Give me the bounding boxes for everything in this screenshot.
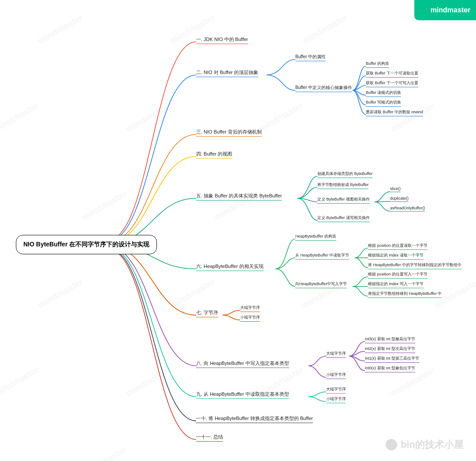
b2-c1[interactable]: Buffer 中的属性 <box>295 54 326 61</box>
branch-11[interactable]: 一十一. 总结 <box>196 434 223 442</box>
mindmaster-badge: mindmaster <box>414 0 476 20</box>
b2-c2-3[interactable]: 获取 Buffer 下一个可写入位置 <box>366 80 418 87</box>
b7-c1[interactable]: 大端字节序 <box>240 305 260 312</box>
b6-c2-2[interactable]: 根据指定的 Index 读取一个字节 <box>368 253 424 260</box>
b7-c2[interactable]: 小端字节序 <box>240 315 260 322</box>
b6-c3-2[interactable]: 根据指定的 Index 写入一个字节 <box>368 281 424 288</box>
b8-c1[interactable]: 大端字节序 <box>326 351 346 358</box>
b2-c2-4[interactable]: Buffer 读模式的切换 <box>366 90 401 97</box>
b5-c3-3[interactable]: asReadOnlyBuffer() <box>390 206 425 212</box>
branch-3[interactable]: 三. NIO Buffer 背后的存储机制 <box>196 129 262 137</box>
b2-c2-1[interactable]: Buffer 的构造 <box>366 61 389 68</box>
b6-c3[interactable]: 向HeapByteBuffer中写入字节 <box>295 281 347 288</box>
b2-c2-5[interactable]: Buffer 写模式的切换 <box>366 100 401 107</box>
b6-c2[interactable]: 从 HeapByteBuffer 中读取字节 <box>295 253 349 260</box>
branch-7[interactable]: 七. 字节序 <box>196 309 218 317</box>
b5-c2[interactable]: 将字节数组映射成 ByteBuffer <box>317 182 368 189</box>
branch-5[interactable]: 五. 抽象 Buffer 的具体实现类 ByteBuffer <box>196 193 282 201</box>
wechat-icon <box>386 439 397 450</box>
b6-c3-1[interactable]: 根据 position 的位置写入一个字节 <box>368 271 428 279</box>
b6-c1[interactable]: HeapByteBuffer 的构造 <box>295 234 336 241</box>
branch-1[interactable]: 一. JDK NIO 中的 Buffer <box>196 36 248 44</box>
b8-c1-3[interactable]: int1(x) 获取 int 型第三高位字节 <box>365 356 419 363</box>
b8-c1-4[interactable]: int0(x) 获取 int 型最低位字节 <box>365 365 415 372</box>
b9-c2[interactable]: 小端字节序 <box>326 396 346 403</box>
root-node[interactable]: NIO ByteBuffer 在不同字节序下的设计与实现 <box>16 235 157 254</box>
b6-c3-3[interactable]: 将指定字节数组转移到 HeapByteBuffer 中 <box>368 291 442 298</box>
b2-c2[interactable]: Buffer 中定义的核心抽象操作 <box>295 85 352 92</box>
branch-4[interactable]: 四. Buffer 的视图 <box>196 151 232 159</box>
b8-c2[interactable]: 小端字节序 <box>326 372 346 379</box>
b8-c1-2[interactable]: int2(x) 获取 int 型次高位字节 <box>365 346 415 353</box>
branch-2[interactable]: 二. NIO 对 Buffer 的顶层抽象 <box>196 69 258 77</box>
b5-c3[interactable]: 定义 ByteBuffer 视图相关操作 <box>317 197 370 204</box>
branch-6[interactable]: 六. HeapByteBuffer 的相关实现 <box>196 263 264 271</box>
b8-c1-1[interactable]: int3(x) 获取 int 型最高位字节 <box>365 336 415 343</box>
b2-c2-2[interactable]: 获取 Buffer 下一个可读取位置 <box>366 71 418 78</box>
branch-10[interactable]: 一十. 将 HeapByteBuffer 转换成指定基本类型的 Buffer <box>196 415 313 423</box>
b6-c2-3[interactable]: 将 HeapByteBuffer 中的字节转移到指定的字节数组中 <box>368 262 461 269</box>
footer-credit: bin的技术小屋 <box>386 438 464 451</box>
b5-c4[interactable]: 定义 ByteBuffer 读写相关操作 <box>317 215 370 222</box>
b2-c2-6[interactable]: 重新读取 Buffer 中的数据 rewind <box>366 109 423 116</box>
b9-c1[interactable]: 大端字节序 <box>326 387 346 394</box>
branch-9[interactable]: 九. 从 HeapByteBuffer 中读取指定基本类型 <box>196 391 289 399</box>
b5-c3-2[interactable]: duplicate() <box>390 196 409 202</box>
branch-8[interactable]: 八. 向 HeapByteBuffer 中写入指定基本类型 <box>196 360 289 368</box>
b6-c2-1[interactable]: 根据 position 的位置读取一个字节 <box>368 243 428 250</box>
b5-c3-1[interactable]: slice() <box>390 186 401 192</box>
b5-c1[interactable]: 创建具体存储类型的 ByteBuffer <box>317 171 372 178</box>
